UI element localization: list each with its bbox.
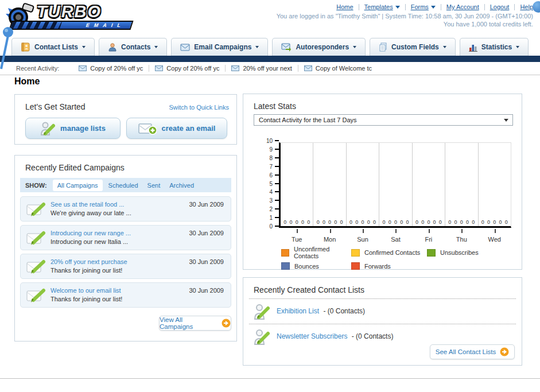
contact-list-link[interactable]: Exhibition List	[277, 307, 319, 315]
value-label: 0	[448, 219, 451, 225]
tab-statistics[interactable]: Statistics	[460, 38, 529, 56]
nav-separator	[484, 4, 485, 10]
value-label: 0	[505, 219, 508, 225]
value-label: 0	[317, 219, 320, 225]
top-navigation: Home Templates Forms My Account Logout H…	[336, 3, 533, 10]
campaign-title-link[interactable]: Welcome to our email list	[50, 287, 121, 294]
tab-email-campaigns[interactable]: Email Campaigns	[171, 38, 268, 56]
filter-all-campaigns[interactable]: All Campaigns	[53, 180, 103, 191]
legend-swatch	[281, 249, 289, 257]
contact-list-item[interactable]: Exhibition List - (0 Contacts)	[254, 302, 511, 323]
campaign-row[interactable]: See us at the retail food ... We're givi…	[20, 196, 231, 222]
campaign-subtitle: Thanks for joining our list!	[50, 267, 122, 274]
contact-list-link[interactable]: Newsletter Subscribers	[277, 332, 347, 340]
legend-label: Unsubscribes	[440, 249, 479, 256]
envelope-icon	[231, 65, 239, 71]
value-label: 0	[394, 219, 397, 225]
recent-activity-item[interactable]: 20% off your next	[225, 65, 297, 72]
campaign-title-link[interactable]: Introducing our new range ...	[50, 230, 131, 236]
logo-bar: EMAIL	[9, 21, 133, 30]
create-email-button[interactable]: create an email	[126, 118, 227, 139]
chart-day-group: 00000Mon	[313, 143, 345, 226]
recent-activity-item[interactable]: Copy of Welcome tc	[298, 65, 378, 72]
stats-period-value: Contact Activity for the Last 7 Days	[259, 117, 357, 123]
login-info: You are logged in as "Timothy Smith" | S…	[277, 12, 533, 28]
create-email-label: create an email	[162, 124, 216, 133]
tab-contact-lists[interactable]: Contact Lists	[11, 38, 95, 56]
y-axis-tick	[275, 226, 279, 227]
value-label: 0	[323, 219, 325, 225]
dotted-divider	[249, 298, 516, 299]
manage-lists-button[interactable]: manage lists	[25, 118, 121, 139]
view-all-campaigns-button[interactable]: View All Campaigns	[159, 316, 231, 331]
y-axis-tick	[275, 140, 279, 141]
tab-autoresponders[interactable]: Autoresponders	[272, 38, 366, 56]
nav-link-logout[interactable]: Logout	[490, 3, 510, 10]
envelope-pencil-icon	[26, 201, 46, 218]
logo-text-turbo: TURBO	[37, 2, 102, 21]
campaigns-panel-title: Recently Edited Campaigns	[25, 163, 125, 172]
x-axis-tick	[429, 229, 430, 233]
y-axis-label: 5	[259, 181, 273, 187]
x-axis-tick	[495, 229, 496, 233]
filter-archived[interactable]: Archived	[169, 182, 194, 189]
main-tab-bar: Contact Lists Contacts Email Campaigns	[11, 38, 540, 56]
y-axis-tick	[275, 157, 279, 158]
campaign-subtitle: Introducing our new Italia ...	[50, 238, 128, 245]
tab-custom-fields[interactable]: Custom Fields	[370, 38, 456, 56]
nav-link-my-account[interactable]: My Account	[446, 3, 479, 10]
value-label: 0	[328, 219, 331, 225]
value-label: 0	[439, 219, 442, 225]
envelope-icon	[155, 65, 163, 71]
legend-item: Forwards	[351, 262, 427, 270]
value-label: 0	[362, 219, 364, 225]
switch-quick-links-link[interactable]: Switch to Quick Links	[169, 104, 229, 111]
recent-activity-item[interactable]: Copy of 20% off yc	[73, 65, 149, 72]
x-axis-label: Mon	[313, 236, 345, 243]
chart-day-group: 00000Thu	[445, 143, 477, 226]
envelope-icon	[180, 44, 190, 51]
nav-link-forms[interactable]: Forms	[411, 3, 436, 10]
value-label: 0	[487, 219, 490, 225]
value-labels: 00000	[479, 219, 511, 225]
campaign-title-link[interactable]: See us at the retail food ...	[50, 201, 124, 208]
nav-separator	[359, 4, 359, 10]
filter-scheduled[interactable]: Scheduled	[108, 182, 138, 189]
campaign-row[interactable]: 20% off your next purchase Thanks for jo…	[20, 254, 231, 279]
nav-link-forms-label: Forms	[411, 3, 429, 10]
campaign-row[interactable]: Introducing our new range ... Introducin…	[20, 225, 231, 250]
y-axis-tick	[275, 191, 279, 192]
value-label: 0	[421, 219, 424, 225]
nav-link-home[interactable]: Home	[336, 3, 353, 10]
navy-divider-bar	[0, 56, 540, 62]
contact-lists-panel: Recently Created Contact Lists Exhibitio…	[243, 277, 522, 366]
value-label: 0	[472, 219, 475, 225]
legend-label: Confirmed Contacts	[364, 249, 420, 256]
value-label: 0	[296, 219, 298, 225]
see-all-contact-lists-button[interactable]: See All Contact Lists	[430, 344, 515, 359]
nav-link-templates[interactable]: Templates	[364, 3, 400, 10]
campaign-subtitle: We're giving away our late ...	[50, 209, 131, 216]
chevron-down-icon	[353, 46, 356, 48]
campaign-title-link[interactable]: 20% off your next purchase	[50, 258, 127, 265]
x-axis-tick	[297, 229, 298, 233]
get-started-panel: Let's Get Started Switch to Quick Links …	[14, 94, 237, 145]
y-axis-label: 1	[259, 215, 273, 221]
tab-label: Contact Lists	[34, 43, 78, 51]
chart-day-group: 00000Wed	[478, 143, 511, 226]
recent-activity-item[interactable]: Copy of 20% off yc	[149, 65, 225, 72]
arrow-right-icon	[500, 347, 509, 356]
app-logo[interactable]: TURBO EMAIL	[5, 2, 142, 32]
dotted-divider	[249, 324, 516, 324]
tab-contacts[interactable]: Contacts	[99, 38, 167, 56]
filter-sent[interactable]: Sent	[147, 182, 161, 189]
chevron-down-icon	[255, 46, 259, 48]
y-axis-label: 0	[259, 223, 273, 230]
x-axis-label: Sun	[347, 236, 379, 243]
legend-item: Bounces	[281, 262, 351, 270]
legend-label: Bounces	[294, 263, 319, 270]
stats-period-select[interactable]: Contact Activity for the Last 7 Days	[254, 114, 513, 126]
x-axis-tick	[330, 229, 331, 233]
nav-link-help[interactable]: Help	[520, 3, 533, 10]
campaign-row[interactable]: Welcome to our email list Thanks for joi…	[20, 282, 231, 308]
